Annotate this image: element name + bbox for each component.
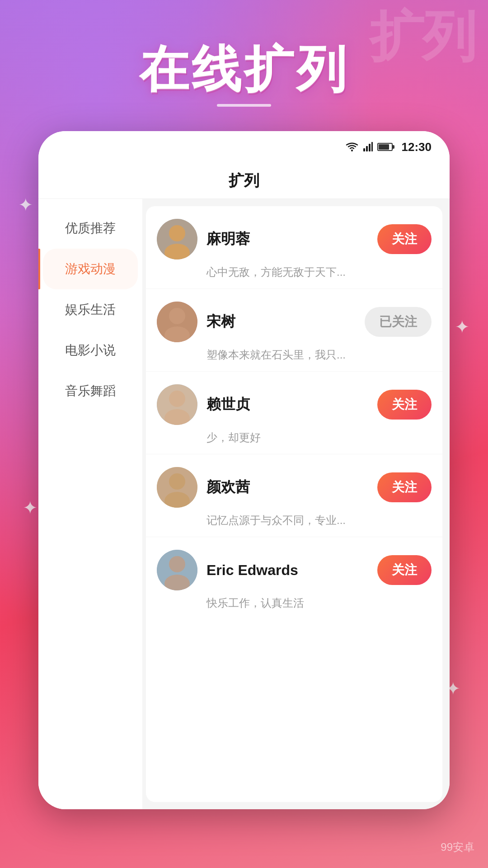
- svg-point-6: [169, 225, 185, 241]
- battery-fill: [379, 144, 389, 150]
- user-bio-0: 心中无敌，方能无敌于天下...: [206, 265, 432, 279]
- page-header: 扩列: [38, 163, 450, 199]
- signal-icon: [363, 142, 373, 152]
- sparkle-1: ✦: [18, 194, 33, 215]
- follow-button-3[interactable]: 关注: [377, 472, 432, 502]
- user-top: 宋树 已关注: [157, 302, 432, 342]
- svg-point-9: [169, 308, 185, 324]
- phone-frame: 12:30 扩列 优质推荐 游戏动漫 娱乐生活 电影小说 音乐舞蹈: [38, 131, 450, 809]
- avatar-4: [157, 550, 197, 590]
- svg-rect-1: [363, 148, 365, 151]
- follow-button-0[interactable]: 关注: [377, 224, 432, 254]
- user-top: Eric Edwards 关注: [157, 550, 432, 590]
- avatar-3: [157, 467, 197, 508]
- user-name-0: 麻明蓉: [206, 229, 368, 249]
- user-bio-1: 塑像本来就在石头里，我只...: [206, 348, 432, 362]
- title-divider: [217, 104, 271, 107]
- user-card-0: 麻明蓉 关注 心中无敌，方能无敌于天下...: [146, 206, 442, 289]
- user-bio-2: 少，却更好: [206, 430, 432, 445]
- follow-button-1[interactable]: 已关注: [365, 307, 432, 337]
- user-card-2: 赖世贞 关注 少，却更好: [146, 372, 442, 454]
- user-name-1: 宋树: [206, 312, 356, 332]
- sidebar-item-entertainment[interactable]: 娱乐生活: [38, 289, 142, 330]
- svg-rect-3: [369, 144, 371, 151]
- content-area: 优质推荐 游戏动漫 娱乐生活 电影小说 音乐舞蹈: [38, 199, 450, 809]
- status-time: 12:30: [402, 140, 432, 154]
- status-icons: [346, 142, 393, 152]
- svg-rect-4: [371, 142, 373, 151]
- bottom-watermark: 99安卓: [441, 840, 474, 854]
- sidebar-item-movie[interactable]: 电影小说: [38, 330, 142, 371]
- user-name-3: 颜欢茜: [206, 477, 368, 497]
- sidebar-item-quality[interactable]: 优质推荐: [38, 208, 142, 249]
- sidebar-item-game[interactable]: 游戏动漫: [43, 249, 138, 289]
- user-name-2: 赖世贞: [206, 395, 368, 415]
- user-card-1: 宋树 已关注 塑像本来就在石头里，我只...: [146, 289, 442, 372]
- user-card-3: 颜欢茜 关注 记忆点源于与众不同，专业...: [146, 454, 442, 537]
- sparkle-3: ✦: [23, 497, 38, 518]
- sidebar-item-music[interactable]: 音乐舞蹈: [38, 371, 142, 411]
- follow-button-4[interactable]: 关注: [377, 555, 432, 585]
- svg-point-0: [351, 150, 353, 151]
- user-name-4: Eric Edwards: [206, 562, 368, 579]
- user-bio-4: 快乐工作，认真生活: [206, 596, 432, 610]
- wifi-icon: [346, 142, 358, 152]
- svg-point-15: [169, 473, 185, 490]
- user-bio-3: 记忆点源于与众不同，专业...: [206, 513, 432, 528]
- page-title: 扩列: [229, 170, 259, 191]
- avatar-0: [157, 219, 197, 259]
- main-title: 在线扩列: [0, 36, 488, 104]
- sidebar: 优质推荐 游戏动漫 娱乐生活 电影小说 音乐舞蹈: [38, 199, 142, 809]
- battery-icon: [377, 143, 393, 151]
- avatar-1: [157, 302, 197, 342]
- user-list: 麻明蓉 关注 心中无敌，方能无敌于天下... 宋树 已关注 塑像本来就在石头里，…: [146, 206, 442, 802]
- sparkle-2: ✦: [455, 316, 470, 337]
- user-top: 颜欢茜 关注: [157, 467, 432, 508]
- user-top: 麻明蓉 关注: [157, 219, 432, 259]
- user-card-4: Eric Edwards 关注 快乐工作，认真生活: [146, 537, 442, 619]
- status-bar: 12:30: [38, 131, 450, 163]
- user-top: 赖世贞 关注: [157, 384, 432, 425]
- avatar-2: [157, 384, 197, 425]
- follow-button-2[interactable]: 关注: [377, 390, 432, 420]
- svg-rect-2: [366, 146, 368, 151]
- svg-point-12: [169, 391, 185, 407]
- svg-point-18: [169, 556, 185, 572]
